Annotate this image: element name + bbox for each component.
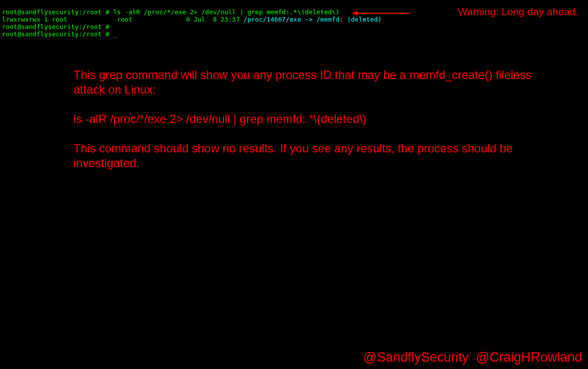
explain-command: ls -alR /proc/*/exe 2> /dev/null | grep …	[74, 112, 534, 126]
credits: @SandflySecurity @CraigHRowland	[363, 350, 582, 365]
twitter-handle-2: @CraigHRowland	[476, 350, 583, 365]
ls-output-link: /proc/14667/exe -> /memfd: (deleted)	[244, 16, 382, 23]
prompt: root@sandflysecurity:/root #	[2, 23, 109, 30]
terminal-output: root@sandflysecurity:/root # ls -alR /pr…	[2, 1, 382, 38]
twitter-handle-1: @SandflySecurity	[363, 350, 468, 365]
ls-output-perms: lrwxrwxrwx 1 root root 0 Jul 8 23:37	[2, 16, 244, 23]
command-text: ls -alR /proc/*/exe 2> /dev/null | grep …	[109, 8, 340, 16]
svg-marker-1	[352, 11, 358, 16]
arrow-icon	[352, 10, 411, 17]
prompt: root@sandflysecurity:/root #	[2, 8, 109, 16]
explanation-block: This grep command will show you any proc…	[74, 68, 534, 185]
prompt: root@sandflysecurity:/root #	[2, 30, 109, 38]
explain-paragraph-2: This command should show no results. If …	[74, 141, 534, 171]
warning-annotation: Warning: Long day ahead.	[458, 6, 578, 18]
cursor-icon: _	[113, 30, 117, 38]
explain-paragraph-1: This grep command will show you any proc…	[74, 68, 534, 97]
